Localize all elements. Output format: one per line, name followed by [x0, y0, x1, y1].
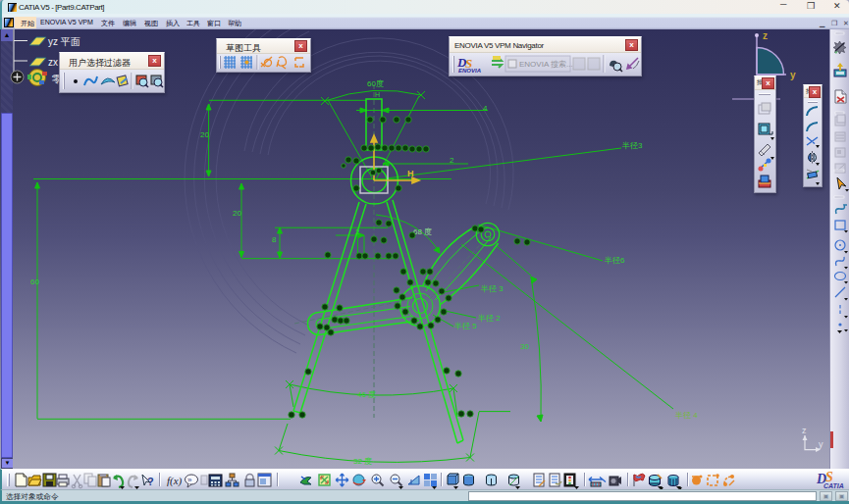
- svg-text:2: 2: [450, 156, 454, 165]
- svg-text:yz 平面: yz 平面: [48, 36, 80, 47]
- svg-text:2: 2: [355, 227, 360, 236]
- svg-text:60度: 60度: [367, 79, 384, 88]
- svg-text:20: 20: [233, 209, 241, 218]
- svg-text:4: 4: [483, 104, 488, 113]
- svg-text:半径 4: 半径 4: [674, 411, 698, 420]
- svg-text:半径6: 半径6: [604, 256, 625, 265]
- svg-text:46 度: 46 度: [357, 390, 376, 399]
- svg-text:y: y: [790, 70, 796, 80]
- svg-text:zx: zx: [48, 57, 58, 68]
- svg-text:f(x): f(x): [167, 475, 183, 487]
- svg-text:»: »: [187, 476, 192, 484]
- svg-text:30: 30: [520, 342, 529, 351]
- svg-text:H: H: [407, 169, 414, 178]
- svg-text:半径3: 半径3: [621, 141, 643, 150]
- svg-text:CATIA: CATIA: [823, 482, 844, 489]
- svg-text:y: y: [819, 439, 823, 449]
- svg-text:半径 3: 半径 3: [480, 284, 504, 293]
- svg-text:z: z: [763, 30, 768, 41]
- svg-text:68 度: 68 度: [413, 227, 432, 236]
- svg-text:20: 20: [200, 130, 209, 139]
- svg-text:60: 60: [30, 277, 39, 286]
- svg-text:32 度: 32 度: [353, 457, 372, 466]
- svg-text:z: z: [802, 426, 807, 435]
- svg-text:H: H: [375, 91, 380, 98]
- svg-text:8: 8: [272, 235, 277, 244]
- svg-text:半径 5: 半径 5: [453, 322, 477, 330]
- svg-text:ENOVIA 搜索...: ENOVIA 搜索...: [519, 60, 573, 69]
- svg-text:?: ?: [147, 476, 154, 487]
- svg-text:ENOVIA: ENOVIA: [458, 68, 481, 74]
- svg-text:半径 2: 半径 2: [477, 314, 501, 323]
